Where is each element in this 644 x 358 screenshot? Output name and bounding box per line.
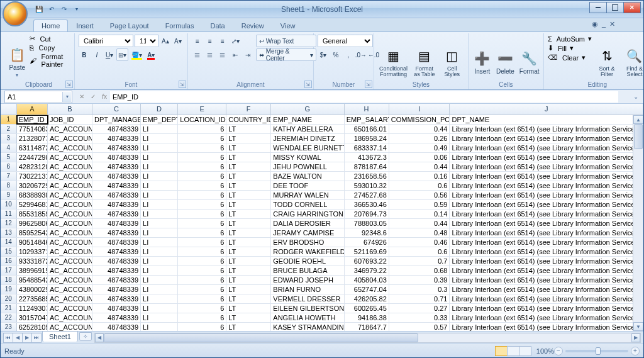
- cell[interactable]: CRAIG HARRINGTON: [271, 210, 344, 218]
- font-launcher[interactable]: ⇲: [179, 81, 186, 88]
- cell[interactable]: LI: [141, 257, 178, 266]
- cell[interactable]: 0.16: [389, 172, 450, 181]
- scroll-right-icon[interactable]: ▶: [631, 333, 640, 342]
- cell[interactable]: Library Interloan (ext 6514) (see Librar…: [450, 172, 643, 181]
- cell[interactable]: AC_ACCOUNT: [48, 191, 92, 199]
- cell[interactable]: LI: [141, 294, 178, 303]
- cell[interactable]: 674926: [345, 238, 389, 247]
- cell[interactable]: LT: [226, 323, 271, 331]
- cell[interactable]: 6: [178, 257, 226, 266]
- cell[interactable]: 607693.22: [345, 257, 389, 266]
- cell[interactable]: 48748339: [92, 276, 141, 284]
- scroll-left-icon[interactable]: ◀: [95, 333, 104, 342]
- cell[interactable]: 6: [178, 323, 226, 331]
- cell[interactable]: TODD CORNELL: [271, 200, 344, 209]
- cell[interactable]: LI: [141, 162, 178, 171]
- cell[interactable]: LT: [226, 304, 271, 313]
- cell[interactable]: LI: [141, 276, 178, 284]
- cell[interactable]: 6: [178, 153, 226, 162]
- ribbon-tab-data[interactable]: Data: [202, 20, 233, 31]
- cell[interactable]: 0.56: [389, 191, 450, 199]
- cell[interactable]: 366530.46: [345, 200, 389, 209]
- cell[interactable]: MURRAY WALEN: [271, 191, 344, 199]
- cell[interactable]: 63114872: [17, 143, 48, 152]
- cell[interactable]: 6: [178, 285, 226, 294]
- ribbon-tab-insert[interactable]: Insert: [68, 20, 102, 31]
- cell[interactable]: LI: [141, 266, 178, 275]
- cell[interactable]: 231658.56: [345, 172, 389, 181]
- cell[interactable]: 48748339: [92, 210, 141, 218]
- cell[interactable]: 0.06: [389, 153, 450, 162]
- cell[interactable]: LT: [226, 200, 271, 209]
- row-header[interactable]: 1: [1, 115, 17, 124]
- column-header[interactable]: B: [48, 104, 92, 115]
- cell[interactable]: 0.44: [389, 125, 450, 133]
- cell[interactable]: LI: [141, 228, 178, 237]
- cell[interactable]: COMMISSION_PCT: [389, 115, 450, 124]
- cell[interactable]: 0.57: [389, 323, 450, 331]
- cell[interactable]: Library Interloan (ext 6514) (see Librar…: [450, 313, 643, 322]
- cell[interactable]: GEODIE ROEHL: [271, 257, 344, 266]
- align-bottom-button[interactable]: ≡: [217, 35, 228, 47]
- cell[interactable]: LI: [141, 210, 178, 218]
- select-all-corner[interactable]: [1, 104, 17, 115]
- cell[interactable]: AC_ACCOUNT: [48, 200, 92, 209]
- fill-button[interactable]: ⬇ Fill ▾: [548, 44, 592, 52]
- font-size-select[interactable]: 11: [135, 35, 158, 47]
- cell[interactable]: JEHU POWNELL: [271, 162, 344, 171]
- scroll-up-icon[interactable]: ▲: [633, 115, 643, 124]
- cell[interactable]: 6: [178, 181, 226, 190]
- cell[interactable]: AC_ACCOUNT: [48, 172, 92, 181]
- cell[interactable]: 68388930: [17, 191, 48, 199]
- cell[interactable]: 683337.14: [345, 143, 389, 152]
- cell[interactable]: LI: [141, 200, 178, 209]
- font-name-select[interactable]: Calibri: [79, 35, 133, 47]
- align-right-button[interactable]: ☰: [217, 48, 228, 61]
- cell[interactable]: 0.7: [389, 257, 450, 266]
- minimize-ribbon-icon[interactable]: _: [602, 20, 606, 28]
- cell[interactable]: 274527.68: [345, 191, 389, 199]
- cell[interactable]: EMP_NAME: [271, 115, 344, 124]
- cell[interactable]: 48748339: [92, 323, 141, 331]
- cell[interactable]: EMP_ID: [17, 115, 48, 124]
- cell[interactable]: 6: [178, 172, 226, 181]
- cell[interactable]: 6: [178, 200, 226, 209]
- cell[interactable]: Library Interloan (ext 6514) (see Librar…: [450, 294, 643, 303]
- cell[interactable]: 62528105: [17, 323, 48, 331]
- cell[interactable]: 0.27: [389, 304, 450, 313]
- cell[interactable]: 48748339: [92, 200, 141, 209]
- cell[interactable]: 0.39: [389, 276, 450, 284]
- cell[interactable]: AC_ACCOUNT: [48, 247, 92, 256]
- cell[interactable]: 85952542: [17, 228, 48, 237]
- row-header[interactable]: 10: [1, 200, 17, 209]
- currency-button[interactable]: $▾: [318, 48, 329, 61]
- cell[interactable]: 42823120: [17, 162, 48, 171]
- cell[interactable]: 346979.22: [345, 266, 389, 275]
- underline-button[interactable]: U▾: [104, 48, 115, 61]
- cell[interactable]: LOCATION_ID: [178, 115, 226, 124]
- cell[interactable]: 0.44: [389, 219, 450, 228]
- cell[interactable]: 652747.04: [345, 285, 389, 294]
- cell[interactable]: AC_ACCOUNT: [48, 162, 92, 171]
- close-button[interactable]: [623, 2, 641, 13]
- cell[interactable]: LI: [141, 153, 178, 162]
- cell[interactable]: 77514063: [17, 125, 48, 133]
- cell[interactable]: LT: [226, 143, 271, 152]
- ribbon-tab-view[interactable]: View: [272, 20, 304, 31]
- ribbon-tab-home[interactable]: Home: [33, 20, 68, 31]
- shrink-font-button[interactable]: A▾: [172, 35, 184, 47]
- cell[interactable]: AC_ACCOUNT: [48, 294, 92, 303]
- bold-button[interactable]: B: [79, 48, 90, 61]
- cell[interactable]: KASEY STRAMANDINOLI: [271, 323, 344, 331]
- cell[interactable]: AC_ACCOUNT: [48, 153, 92, 162]
- cell[interactable]: EMP_DEPT: [141, 115, 178, 124]
- scroll-down-icon[interactable]: ▼: [633, 322, 643, 331]
- column-header[interactable]: F: [226, 104, 271, 115]
- office-button[interactable]: [3, 1, 28, 26]
- cell[interactable]: LI: [141, 134, 178, 143]
- ribbon-tab-formulas[interactable]: Formulas: [157, 20, 203, 31]
- cell[interactable]: LT: [226, 191, 271, 199]
- cell[interactable]: AC_ACCOUNT: [48, 181, 92, 190]
- cell[interactable]: 48748339: [92, 172, 141, 181]
- zoom-in-button[interactable]: +: [631, 347, 640, 355]
